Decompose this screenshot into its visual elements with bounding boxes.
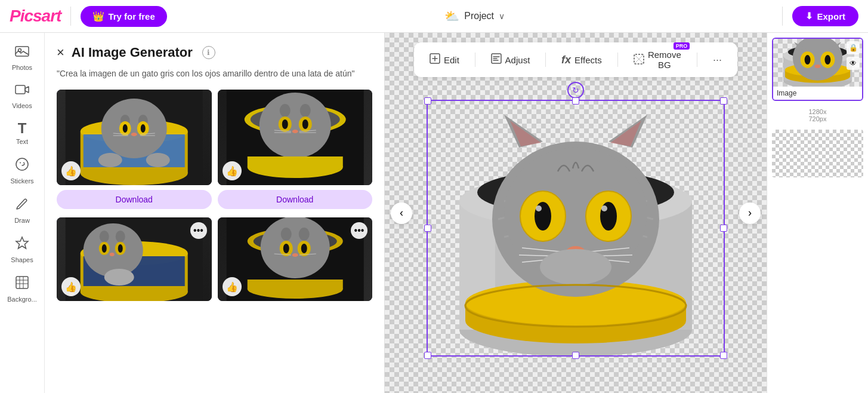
layer-item[interactable]: 🔒 👁 Image bbox=[772, 38, 863, 101]
svg-point-30 bbox=[146, 153, 170, 167]
adjust-button[interactable]: Adjust bbox=[487, 51, 534, 69]
videos-icon bbox=[15, 83, 29, 100]
layer-lock-button[interactable]: 🔒 bbox=[847, 41, 860, 54]
sidebar-item-background[interactable]: Backgro... bbox=[3, 271, 41, 308]
more-button-3[interactable]: ••• bbox=[190, 222, 207, 239]
sidebar-item-stickers-label: Stickers bbox=[10, 177, 33, 185]
canvas-nav-right-button[interactable]: › bbox=[739, 202, 761, 224]
sidebar-item-shapes[interactable]: Shapes bbox=[3, 231, 41, 268]
image-2[interactable]: 👍 bbox=[218, 90, 373, 185]
canvas-area[interactable]: Edit Adjust fx Effects Remove bbox=[385, 33, 767, 393]
like-button-4[interactable]: 👍 bbox=[223, 277, 242, 296]
effects-icon: fx bbox=[561, 54, 571, 66]
sidebar-item-draw[interactable]: Draw bbox=[3, 192, 41, 229]
sidebar-item-draw-label: Draw bbox=[14, 217, 30, 224]
svg-point-67 bbox=[280, 228, 291, 241]
panel-info-button[interactable]: ℹ bbox=[202, 46, 215, 59]
effects-button[interactable]: fx Effects bbox=[558, 51, 606, 69]
header-center: ⛅ Project ∨ bbox=[167, 9, 783, 23]
svg-point-60 bbox=[110, 253, 115, 256]
header: Picsart 👑 Try for free ⛅ Project ∨ ⬇ Exp… bbox=[0, 0, 868, 33]
image-4[interactable]: ••• 👍 bbox=[218, 217, 373, 301]
image-3[interactable]: 🐱 ••• 👍 bbox=[57, 217, 212, 301]
svg-point-59 bbox=[118, 244, 123, 253]
sidebar-item-photos-label: Photos bbox=[12, 64, 32, 71]
panel-close-button[interactable]: × bbox=[57, 46, 64, 59]
canvas-size-preview bbox=[772, 130, 863, 177]
sidebar-item-background-label: Backgro... bbox=[7, 296, 37, 303]
svg-point-24 bbox=[131, 133, 137, 136]
remove-bg-icon bbox=[633, 54, 644, 66]
adjust-icon bbox=[491, 53, 502, 67]
download-button-2[interactable]: Download bbox=[218, 190, 373, 209]
svg-point-4 bbox=[20, 162, 21, 164]
logo: Picsart bbox=[10, 7, 61, 26]
export-button[interactable]: ⬇ Export bbox=[792, 6, 858, 26]
draw-icon bbox=[15, 196, 29, 214]
svg-point-66 bbox=[260, 217, 329, 278]
like-button-2[interactable]: 👍 bbox=[223, 161, 242, 180]
crown-icon: 👑 bbox=[92, 11, 104, 22]
remove-bg-label: Remove BG bbox=[647, 50, 681, 70]
svg-rect-2 bbox=[16, 85, 25, 94]
toolbar-divider-3 bbox=[617, 53, 618, 67]
canvas-main-image[interactable]: ↻ bbox=[427, 100, 725, 357]
toolbar-divider-4 bbox=[697, 53, 697, 67]
sidebar-item-videos[interactable]: Videos bbox=[3, 78, 41, 114]
svg-point-22 bbox=[123, 124, 128, 133]
svg-point-71 bbox=[283, 244, 289, 253]
cloud-icon: ⛅ bbox=[444, 9, 459, 23]
sidebar-item-photos[interactable]: Photos bbox=[3, 40, 41, 76]
layer-visibility-button[interactable]: 👁 bbox=[847, 57, 860, 70]
pro-badge: PRO bbox=[674, 42, 690, 50]
sidebar-item-stickers[interactable]: Stickers bbox=[3, 152, 41, 189]
header-right: ⬇ Export bbox=[782, 6, 858, 26]
toolbar-divider-2 bbox=[545, 53, 546, 67]
sidebar-item-text-label: Text bbox=[16, 138, 28, 145]
remove-bg-button[interactable]: Remove BG bbox=[629, 47, 685, 72]
project-name[interactable]: Project bbox=[464, 11, 494, 22]
try-free-label: Try for free bbox=[108, 11, 155, 22]
image-cell-top-right: 👍 Download bbox=[218, 90, 373, 211]
image-cell-bottom-right: ••• 👍 bbox=[218, 217, 373, 301]
canvas-image-container[interactable]: ↻ bbox=[427, 100, 725, 357]
panel-prompt: "Crea la imagen de un gato gris con los … bbox=[45, 67, 384, 90]
svg-point-68 bbox=[298, 228, 309, 241]
header-divider bbox=[70, 7, 71, 26]
svg-point-23 bbox=[141, 124, 146, 133]
svg-point-34 bbox=[259, 93, 330, 158]
edit-button[interactable]: Edit bbox=[426, 51, 463, 69]
download-button-1[interactable]: Download bbox=[57, 190, 212, 209]
panel-title: AI Image Generator bbox=[72, 45, 193, 60]
panel-header: × AI Image Generator ℹ bbox=[45, 33, 384, 67]
like-button-3[interactable]: 👍 bbox=[61, 277, 81, 296]
sidebar-item-videos-label: Videos bbox=[12, 102, 32, 109]
svg-rect-47 bbox=[247, 156, 342, 167]
try-free-button[interactable]: 👑 Try for free bbox=[81, 6, 166, 27]
more-options-button[interactable]: ··· bbox=[709, 51, 725, 69]
adjust-label: Adjust bbox=[505, 55, 530, 65]
toolbar-divider-1 bbox=[475, 53, 475, 67]
svg-point-128 bbox=[805, 55, 811, 65]
sidebar-icons: Photos Videos T Text Stickers Draw bbox=[0, 33, 45, 393]
canvas-nav-left-button[interactable]: ‹ bbox=[391, 202, 412, 224]
prompt-text: "Crea la imagen de un gato gris con los … bbox=[57, 69, 354, 78]
header-divider-right bbox=[782, 7, 783, 26]
sidebar-item-text[interactable]: T Text bbox=[3, 116, 41, 150]
chevron-down-icon[interactable]: ∨ bbox=[499, 11, 505, 21]
like-button-1[interactable]: 👍 bbox=[61, 161, 81, 180]
svg-point-58 bbox=[102, 244, 107, 253]
layer-name: Image bbox=[777, 89, 796, 97]
svg-point-104 bbox=[601, 205, 607, 211]
image-1[interactable]: 👍 bbox=[57, 90, 212, 185]
canvas-size-text: 1280x720px bbox=[774, 108, 861, 122]
svg-point-41 bbox=[292, 130, 298, 133]
svg-rect-7 bbox=[16, 277, 28, 288]
svg-point-73 bbox=[292, 253, 298, 257]
svg-point-29 bbox=[98, 153, 122, 167]
main-layout: Photos Videos T Text Stickers Draw bbox=[0, 33, 868, 393]
more-button-4[interactable]: ••• bbox=[351, 222, 367, 239]
rotate-handle[interactable]: ↻ bbox=[567, 82, 584, 99]
svg-point-53 bbox=[84, 223, 143, 277]
image-cell-bottom-left: 🐱 ••• 👍 bbox=[57, 217, 212, 301]
